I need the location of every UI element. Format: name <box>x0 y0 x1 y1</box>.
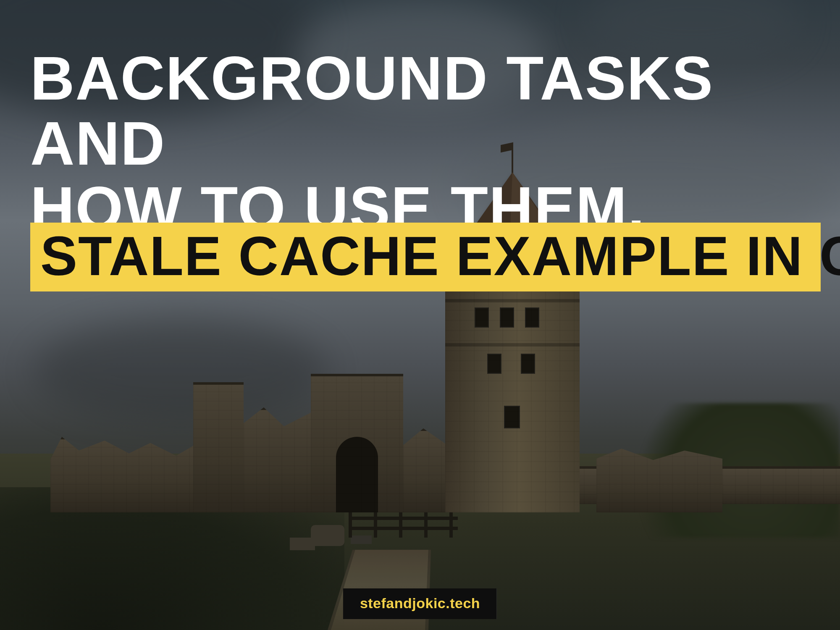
ruin-wall <box>244 407 311 512</box>
headline-line-1: Background tasks and <box>30 46 815 176</box>
headline: Background tasks and how to use them. <box>30 46 815 241</box>
wooden-fence <box>349 512 458 538</box>
ruin-gatehouse <box>311 374 403 512</box>
tower-body <box>445 277 580 512</box>
tower-window <box>487 354 501 374</box>
ruin-tower-fragment <box>193 382 244 512</box>
tower-window <box>500 307 514 328</box>
cloud-shape <box>34 319 328 424</box>
promo-graphic: Background tasks and how to use them. St… <box>0 0 840 630</box>
headline-highlight: Stale Cache example in C# <box>30 223 821 291</box>
headline-highlight-text: Stale Cache example in C# <box>40 228 811 284</box>
tower-window <box>504 406 520 428</box>
tower-window <box>525 307 539 328</box>
ruin-wall <box>50 437 193 512</box>
tower-window <box>521 354 535 374</box>
tower-window <box>475 307 489 328</box>
gate-arch <box>336 437 378 512</box>
site-badge: stefandjokic.tech <box>343 588 497 619</box>
rubble <box>311 525 344 546</box>
site-url: stefandjokic.tech <box>360 595 480 611</box>
